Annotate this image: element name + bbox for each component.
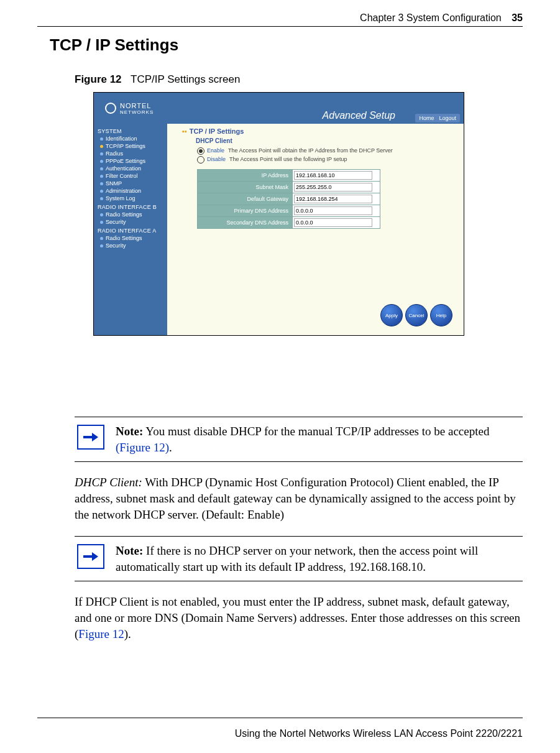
nortel-ring-icon xyxy=(105,103,116,114)
table-row: IP Address xyxy=(198,170,380,182)
sidebar-item-identification[interactable]: Identification xyxy=(94,135,167,142)
table-row: Default Gateway xyxy=(198,193,380,205)
note-1-text: Note: You must disable DHCP for the manu… xyxy=(116,423,520,455)
note-arrow-icon xyxy=(77,425,104,450)
help-button[interactable]: Help xyxy=(430,304,452,326)
default-gateway-input[interactable] xyxy=(294,195,372,203)
button-bar: Apply Cancel Help xyxy=(380,304,452,326)
header-links: Home Logout xyxy=(415,114,460,122)
content-panel: ▪▪TCP / IP Settings DHCP Client EnableTh… xyxy=(167,124,464,335)
figure-caption: Figure 12 TCP/IP Settings screen xyxy=(75,73,523,86)
radio-icon xyxy=(197,156,204,164)
sidebar-item-radio-b-settings[interactable]: Radio Settings xyxy=(94,211,167,218)
figure-label: Figure 12 xyxy=(75,73,122,85)
sidebar-item-filter[interactable]: Filter Control xyxy=(94,172,167,180)
ip-settings-table: IP Address Subnet Mask Default Gateway P… xyxy=(197,169,380,229)
header-rule xyxy=(37,26,523,27)
title-marker-icon: ▪▪ xyxy=(182,127,187,135)
primary-dns-label: Primary DNS Address xyxy=(198,205,293,217)
brand-logo: NORTEL NETWORKS xyxy=(94,93,154,124)
subnet-mask-input[interactable] xyxy=(294,183,372,192)
sidebar-item-radio-b-security[interactable]: Security xyxy=(94,218,167,226)
sidebar-item-tcpip[interactable]: TCP/IP Settings xyxy=(94,142,167,150)
cancel-button[interactable]: Cancel xyxy=(405,304,428,326)
app-header: NORTEL NETWORKS Advanced Setup Home Logo… xyxy=(94,93,464,124)
table-row: Secondary DNS Address xyxy=(198,217,380,229)
figure-caption-text: TCP/IP Settings screen xyxy=(131,73,240,85)
running-header: Chapter 3 System Configuration 35 xyxy=(37,12,523,26)
brand-text-top: NORTEL xyxy=(120,102,154,109)
apply-button[interactable]: Apply xyxy=(380,304,403,326)
sidebar-group-system: SYSTEM xyxy=(94,126,167,135)
primary-dns-input[interactable] xyxy=(294,206,372,215)
radio-icon xyxy=(197,147,204,155)
ip-address-label: IP Address xyxy=(198,170,293,182)
sidebar-group-radio-a: RADIO INTERFACE A xyxy=(94,226,167,234)
sidebar-item-radius[interactable]: Radius xyxy=(94,150,167,157)
dhcp-disable-radio[interactable]: DisableThe Access Point will use the fol… xyxy=(167,155,464,164)
note-arrow-icon xyxy=(77,544,104,569)
sidebar-item-admin[interactable]: Administration xyxy=(94,187,167,195)
sidebar-item-syslog[interactable]: System Log xyxy=(94,195,167,202)
page-number: 35 xyxy=(512,12,523,23)
dhcp-section-title: DHCP Client xyxy=(167,136,464,147)
figure-12-xref[interactable]: (Figure 12) xyxy=(116,441,169,454)
footer-rule xyxy=(37,718,523,718)
figure-12-xref[interactable]: Figure 12 xyxy=(78,627,124,640)
sidebar-item-auth[interactable]: Authentication xyxy=(94,165,167,172)
secondary-dns-label: Secondary DNS Address xyxy=(198,217,293,229)
chapter-title: Chapter 3 System Configuration xyxy=(360,12,502,23)
secondary-dns-input[interactable] xyxy=(294,218,372,227)
sidebar-group-radio-b: RADIO INTERFACE B xyxy=(94,202,167,211)
default-gateway-label: Default Gateway xyxy=(198,193,293,205)
figure-screenshot: NORTEL NETWORKS Advanced Setup Home Logo… xyxy=(93,92,464,336)
dhcp-client-paragraph: DHCP Client: With DHCP (Dynamic Host Con… xyxy=(75,474,523,522)
content-title: ▪▪TCP / IP Settings xyxy=(167,124,464,136)
sidebar-item-snmp[interactable]: SNMP xyxy=(94,180,167,187)
manual-ip-paragraph: If DHCP Client is not enabled, you must … xyxy=(75,594,523,642)
dhcp-enable-radio[interactable]: EnableThe Access Point will obtain the I… xyxy=(167,147,464,155)
header-title: Advanced Setup xyxy=(323,110,395,121)
section-heading: TCP / IP Settings xyxy=(50,35,523,55)
home-link[interactable]: Home xyxy=(419,115,434,121)
table-row: Subnet Mask xyxy=(198,182,380,193)
logout-link[interactable]: Logout xyxy=(439,115,456,121)
subnet-mask-label: Subnet Mask xyxy=(198,182,293,193)
sidebar: SYSTEM Identification TCP/IP Settings Ra… xyxy=(94,124,167,335)
table-row: Primary DNS Address xyxy=(198,205,380,217)
running-footer: Using the Nortel Networks Wireless LAN A… xyxy=(235,728,523,739)
note-2-text: Note: If there is no DHCP server on your… xyxy=(116,543,520,575)
note-block-1: Note: You must disable DHCP for the manu… xyxy=(75,417,523,462)
ip-address-input[interactable] xyxy=(294,171,372,180)
sidebar-item-pppoe[interactable]: PPPoE Settings xyxy=(94,157,167,165)
note-block-2: Note: If there is no DHCP server on your… xyxy=(75,536,523,581)
brand-text-bottom: NETWORKS xyxy=(120,109,154,115)
sidebar-item-radio-a-settings[interactable]: Radio Settings xyxy=(94,234,167,242)
sidebar-item-radio-a-security[interactable]: Security xyxy=(94,242,167,249)
